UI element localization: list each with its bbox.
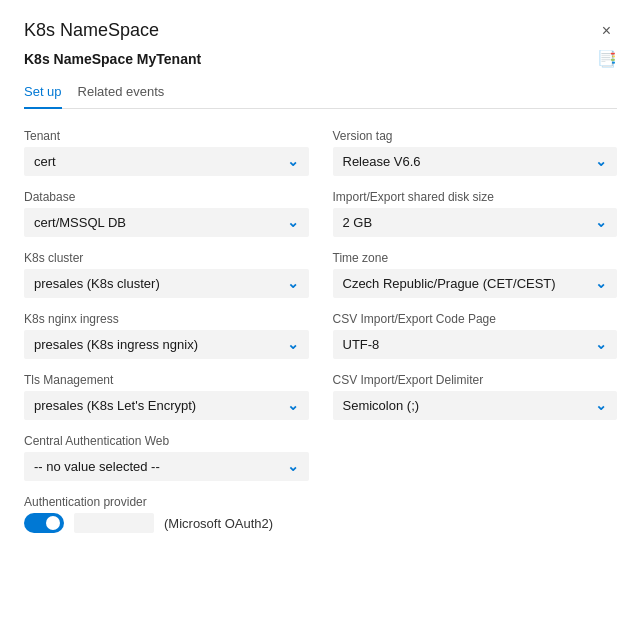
select-tenant[interactable]: cert xyxy=(24,147,309,176)
auth-provider-row: (Microsoft OAuth2) xyxy=(24,513,309,533)
select-csv-delimiter[interactable]: Semicolon (;) xyxy=(333,391,618,420)
panel-header: K8s NameSpace × xyxy=(24,20,617,41)
label-k8s-nginx: K8s nginx ingress xyxy=(24,312,309,326)
label-disk-size: Import/Export shared disk size xyxy=(333,190,618,204)
select-wrapper-timezone: Czech Republic/Prague (CET/CEST) xyxy=(333,269,618,298)
label-version-tag: Version tag xyxy=(333,129,618,143)
form-grid: Tenant cert Version tag Release V6.6 Dat… xyxy=(24,129,617,533)
tabs-bar: Set up Related events xyxy=(24,78,617,109)
select-wrapper-k8s-cluster: presales (K8s cluster) xyxy=(24,269,309,298)
label-database: Database xyxy=(24,190,309,204)
select-csv-codepage[interactable]: UTF-8 xyxy=(333,330,618,359)
form-group-tenant: Tenant cert xyxy=(24,129,309,176)
tab-setup[interactable]: Set up xyxy=(24,78,62,109)
select-wrapper-disk-size: 2 GB xyxy=(333,208,618,237)
form-group-csv-codepage: CSV Import/Export Code Page UTF-8 xyxy=(333,312,618,359)
select-version-tag[interactable]: Release V6.6 xyxy=(333,147,618,176)
label-k8s-cluster: K8s cluster xyxy=(24,251,309,265)
select-wrapper-tls-mgmt: presales (K8s Let's Encrypt) xyxy=(24,391,309,420)
form-group-k8s-nginx: K8s nginx ingress presales (K8s ingress … xyxy=(24,312,309,359)
auth-provider-suffix: (Microsoft OAuth2) xyxy=(164,516,273,531)
panel: K8s NameSpace × K8s NameSpace MyTenant 📑… xyxy=(0,0,641,619)
panel-subtitle: K8s NameSpace MyTenant xyxy=(24,51,201,67)
select-wrapper-k8s-nginx: presales (K8s ingress ngnix) xyxy=(24,330,309,359)
close-button[interactable]: × xyxy=(596,21,617,41)
select-disk-size[interactable]: 2 GB xyxy=(333,208,618,237)
select-wrapper-version-tag: Release V6.6 xyxy=(333,147,618,176)
form-group-central-auth: Central Authentication Web -- no value s… xyxy=(24,434,309,481)
select-timezone[interactable]: Czech Republic/Prague (CET/CEST) xyxy=(333,269,618,298)
label-tenant: Tenant xyxy=(24,129,309,143)
select-k8s-nginx[interactable]: presales (K8s ingress ngnix) xyxy=(24,330,309,359)
label-csv-delimiter: CSV Import/Export Delimiter xyxy=(333,373,618,387)
tab-related-events[interactable]: Related events xyxy=(78,78,165,109)
select-wrapper-database: cert/MSSQL DB xyxy=(24,208,309,237)
select-wrapper-csv-delimiter: Semicolon (;) xyxy=(333,391,618,420)
subtitle-row: K8s NameSpace MyTenant 📑 xyxy=(24,49,617,68)
form-group-csv-delimiter: CSV Import/Export Delimiter Semicolon (;… xyxy=(333,373,618,420)
select-wrapper-central-auth: -- no value selected -- xyxy=(24,452,309,481)
select-wrapper-csv-codepage: UTF-8 xyxy=(333,330,618,359)
form-group-version-tag: Version tag Release V6.6 xyxy=(333,129,618,176)
form-group-database: Database cert/MSSQL DB xyxy=(24,190,309,237)
form-group-tls-mgmt: Tls Management presales (K8s Let's Encry… xyxy=(24,373,309,420)
label-tls-mgmt: Tls Management xyxy=(24,373,309,387)
select-k8s-cluster[interactable]: presales (K8s cluster) xyxy=(24,269,309,298)
form-group-timezone: Time zone Czech Republic/Prague (CET/CES… xyxy=(333,251,618,298)
label-timezone: Time zone xyxy=(333,251,618,265)
panel-title: K8s NameSpace xyxy=(24,20,159,41)
select-database[interactable]: cert/MSSQL DB xyxy=(24,208,309,237)
label-central-auth: Central Authentication Web xyxy=(24,434,309,448)
label-auth-provider: Authentication provider xyxy=(24,495,309,509)
edit-icon[interactable]: 📑 xyxy=(597,49,617,68)
select-wrapper-tenant: cert xyxy=(24,147,309,176)
label-csv-codepage: CSV Import/Export Code Page xyxy=(333,312,618,326)
select-tls-mgmt[interactable]: presales (K8s Let's Encrypt) xyxy=(24,391,309,420)
form-group-auth-provider: Authentication provider (Microsoft OAuth… xyxy=(24,495,309,533)
form-group-k8s-cluster: K8s cluster presales (K8s cluster) xyxy=(24,251,309,298)
select-central-auth[interactable]: -- no value selected -- xyxy=(24,452,309,481)
auth-provider-value xyxy=(74,513,154,533)
auth-provider-toggle[interactable] xyxy=(24,513,64,533)
form-group-disk-size: Import/Export shared disk size 2 GB xyxy=(333,190,618,237)
